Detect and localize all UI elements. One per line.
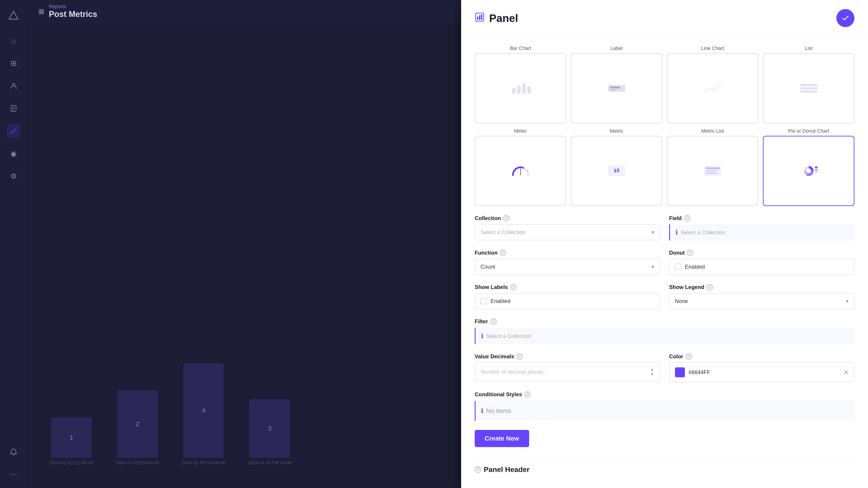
stepper-down[interactable]: ▼ [650,372,654,377]
chart-type-label[interactable] [571,53,662,124]
decimal-stepper[interactable]: ▲ ▼ [650,367,654,377]
panel-header-section-label: Panel Header [484,465,530,474]
color-clear-button[interactable]: ✕ [843,369,848,376]
show-labels-info-icon: ⓘ [510,284,517,290]
function-info-icon: ⓘ [500,250,506,256]
bar-4: 3 [249,399,290,458]
chart-type-bar[interactable] [475,53,566,124]
chart-type-list[interactable] [763,53,855,124]
chart-type-metric-list[interactable] [667,136,758,206]
sidebar-item-settings[interactable]: ⚙ [7,169,20,183]
app-logo [4,7,23,25]
field-group: Field ⓘ ℹ Select a Collection [669,215,855,240]
show-legend-select[interactable]: None ▾ [669,293,855,309]
bar-label-2: 2024-01-01T18:00:00 [116,460,159,465]
donut-group: Donut ⓘ Enabled [669,250,855,275]
sidebar-item-notifications[interactable] [7,445,20,459]
sidebar-item-circle[interactable]: ◉ [7,147,20,160]
chart-type-label-metric-list: Metric List [667,128,758,134]
table-icon: ▦ [38,7,44,15]
panel-icon [475,12,485,24]
chart-type-label-label: Label [571,45,662,51]
breadcrumb: Reports [49,4,97,9]
svg-rect-18 [800,87,817,89]
chart-type-label-line: Line Chart [667,45,758,51]
collection-select[interactable]: Select a Collection ▾ [475,224,660,240]
show-labels-checkbox[interactable] [480,298,487,304]
function-group: Function ⓘ Count ▾ [475,250,660,275]
show-labels-enabled: Enabled [491,298,510,304]
donut-checkbox-row[interactable]: Enabled [669,259,855,275]
chevron-down-icon: ▾ [651,229,654,235]
color-group: Color ⓘ #6644FF ✕ [669,353,855,382]
no-items-row: ℹ No items [475,401,855,421]
svg-text:$8: $8 [614,168,619,173]
svg-rect-10 [512,88,515,94]
function-select[interactable]: Count ▾ [475,259,660,275]
chart-type-pie-donut[interactable] [763,136,855,206]
sidebar-item-users[interactable] [7,79,20,93]
chart-type-label-pie: Pie or Donut Chart [763,128,855,134]
sidebar-item-home[interactable]: ⌂ [7,34,20,47]
svg-rect-16 [610,89,617,91]
conditional-styles-label: Conditional Styles ⓘ [475,391,855,398]
svg-rect-7 [477,17,478,20]
svg-rect-30 [815,169,817,170]
donut-enabled-label: Enabled [685,264,705,270]
donut-label: Donut ⓘ [669,250,855,256]
svg-rect-17 [800,84,817,86]
sidebar-item-dashboard[interactable]: ⊞ [7,57,20,70]
svg-rect-31 [815,171,817,172]
decimals-color-row: Value Decimals ⓘ Number of decimal place… [475,353,855,382]
svg-rect-11 [517,86,521,94]
filter-section: Filter ⓘ ℹ Select a Collection [475,318,855,344]
color-swatch[interactable] [675,367,685,377]
donut-info-icon: ⓘ [687,250,693,256]
panel-body: Bar Chart Label Line Chart List [461,36,868,488]
chart-type-meter[interactable] [475,136,566,206]
color-info-icon: ⓘ [686,353,692,360]
sidebar-item-analytics[interactable] [7,124,20,138]
show-labels-checkbox-row[interactable]: Enabled [475,293,660,309]
value-decimals-input[interactable]: Number of decimal places... ▲ ▼ [475,362,660,381]
stepper-up[interactable]: ▲ [650,367,654,371]
bar-label-4: 2024-01-02T06:00:00 [248,460,291,465]
confirm-button[interactable] [836,9,855,27]
donut-checkbox[interactable] [675,264,681,270]
show-labels-label: Show Labels ⓘ [475,284,660,290]
sidebar-item-files[interactable] [7,102,20,115]
title-area: Reports Post Metrics [49,4,97,19]
filter-field[interactable]: ℹ Select a Collection [475,328,855,344]
svg-rect-13 [527,87,531,93]
labels-legend-row: Show Labels ⓘ Enabled Show Legend ⓘ None… [475,284,855,309]
show-legend-info-icon: ⓘ [707,284,713,290]
collection-label: Collection ⓘ [475,215,660,221]
svg-rect-8 [479,15,480,20]
collection-info-icon: ⓘ [503,215,509,221]
chart-type-label-metric: Metric [571,128,662,134]
conditional-styles-info-icon: ⓘ [524,391,530,398]
color-input[interactable]: #6644FF ✕ [669,362,855,382]
sidebar: ⌂ ⊞ ◉ ⚙ ⋯ [0,0,27,488]
svg-marker-0 [9,11,18,19]
chart-type-line[interactable] [667,53,758,124]
chart-type-label-meter: Meter [475,128,566,134]
filter-label: Filter ⓘ [475,318,855,325]
field-label: Field ⓘ [669,215,855,221]
svg-point-1 [12,84,15,86]
filter-placeholder: Select a Collection [486,333,531,339]
create-new-button[interactable]: Create New [475,430,529,447]
collection-field-row: Collection ⓘ Select a Collection ▾ Field… [475,215,855,240]
chart-type-metric[interactable]: $8 [571,136,662,206]
sidebar-item-more[interactable]: ⋯ [7,468,20,481]
field-select[interactable]: ℹ Select a Collection [669,224,855,240]
panel-overlay: Panel Bar Chart Label Line Chart List [461,0,868,488]
panel-header-section: ⓘ Panel Header [475,465,855,474]
field-placeholder: Select a Collection [681,229,725,236]
bar-3: 4 [183,363,224,458]
function-value: Count [480,264,495,270]
function-chevron-icon: ▾ [651,264,654,270]
collection-group: Collection ⓘ Select a Collection ▾ [475,215,660,240]
value-decimals-info-icon: ⓘ [517,353,523,360]
value-decimals-placeholder: Number of decimal places... [480,369,650,375]
